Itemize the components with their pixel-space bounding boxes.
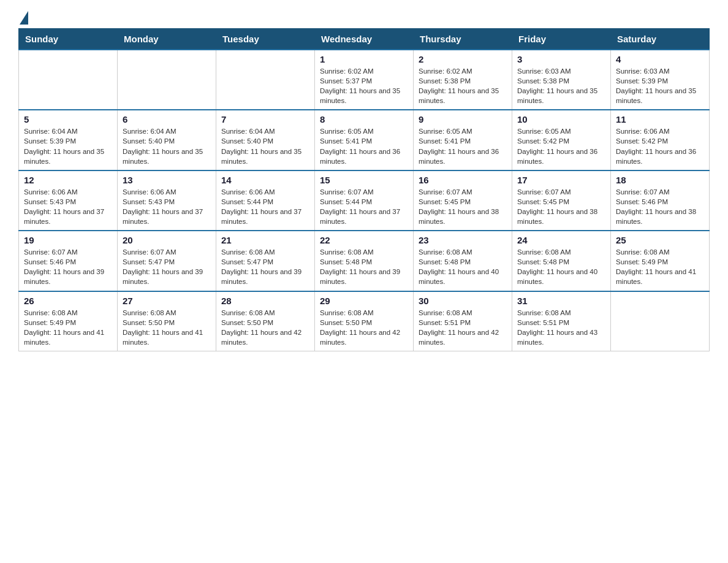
calendar-week-3: 12Sunrise: 6:06 AM Sunset: 5:43 PM Dayli… (19, 170, 710, 231)
day-info: Sunrise: 6:06 AM Sunset: 5:44 PM Dayligh… (221, 187, 309, 226)
day-number: 17 (517, 175, 605, 185)
day-number: 22 (320, 235, 408, 245)
calendar-cell: 26Sunrise: 6:08 AM Sunset: 5:49 PM Dayli… (19, 291, 118, 351)
calendar-cell: 19Sunrise: 6:07 AM Sunset: 5:46 PM Dayli… (19, 231, 118, 291)
calendar-cell: 17Sunrise: 6:07 AM Sunset: 5:45 PM Dayli… (512, 170, 611, 231)
day-number: 30 (419, 296, 507, 306)
day-info: Sunrise: 6:08 AM Sunset: 5:50 PM Dayligh… (320, 308, 408, 347)
calendar-cell: 20Sunrise: 6:07 AM Sunset: 5:47 PM Dayli… (118, 231, 216, 291)
day-number: 2 (419, 54, 507, 64)
day-number: 5 (24, 114, 112, 124)
day-number: 15 (320, 175, 408, 185)
calendar-cell: 10Sunrise: 6:05 AM Sunset: 5:42 PM Dayli… (512, 110, 611, 170)
day-header-friday: Friday (512, 29, 611, 50)
day-header-saturday: Saturday (611, 29, 710, 50)
calendar-cell: 25Sunrise: 6:08 AM Sunset: 5:49 PM Dayli… (611, 231, 710, 291)
calendar-cell: 8Sunrise: 6:05 AM Sunset: 5:41 PM Daylig… (315, 110, 414, 170)
day-number: 31 (517, 296, 605, 306)
day-info: Sunrise: 6:02 AM Sunset: 5:37 PM Dayligh… (320, 66, 408, 105)
day-number: 23 (419, 235, 507, 245)
day-number: 25 (616, 235, 704, 245)
day-info: Sunrise: 6:08 AM Sunset: 5:49 PM Dayligh… (24, 308, 112, 347)
day-number: 10 (517, 114, 605, 124)
day-info: Sunrise: 6:07 AM Sunset: 5:46 PM Dayligh… (616, 187, 704, 226)
calendar-cell: 11Sunrise: 6:06 AM Sunset: 5:42 PM Dayli… (611, 110, 710, 170)
calendar-cell: 5Sunrise: 6:04 AM Sunset: 5:39 PM Daylig… (19, 110, 118, 170)
day-info: Sunrise: 6:03 AM Sunset: 5:39 PM Dayligh… (616, 66, 704, 105)
day-info: Sunrise: 6:04 AM Sunset: 5:40 PM Dayligh… (221, 126, 309, 166)
day-number: 11 (616, 114, 704, 124)
day-info: Sunrise: 6:05 AM Sunset: 5:42 PM Dayligh… (517, 126, 605, 166)
logo (18, 12, 28, 22)
day-info: Sunrise: 6:04 AM Sunset: 5:39 PM Dayligh… (24, 126, 112, 166)
day-number: 29 (320, 296, 408, 306)
day-info: Sunrise: 6:08 AM Sunset: 5:51 PM Dayligh… (419, 308, 507, 347)
calendar-cell: 16Sunrise: 6:07 AM Sunset: 5:45 PM Dayli… (414, 170, 512, 231)
day-info: Sunrise: 6:07 AM Sunset: 5:46 PM Dayligh… (24, 247, 112, 286)
day-header-thursday: Thursday (414, 29, 512, 50)
day-info: Sunrise: 6:07 AM Sunset: 5:45 PM Dayligh… (419, 187, 507, 226)
logo-triangle-icon (20, 11, 28, 25)
day-number: 3 (517, 54, 605, 64)
calendar-cell: 7Sunrise: 6:04 AM Sunset: 5:40 PM Daylig… (216, 110, 315, 170)
day-info: Sunrise: 6:07 AM Sunset: 5:45 PM Dayligh… (517, 187, 605, 226)
calendar-header-row: SundayMondayTuesdayWednesdayThursdayFrid… (19, 29, 710, 50)
calendar-cell (611, 291, 710, 351)
calendar-cell: 13Sunrise: 6:06 AM Sunset: 5:43 PM Dayli… (118, 170, 216, 231)
day-info: Sunrise: 6:08 AM Sunset: 5:48 PM Dayligh… (517, 247, 605, 286)
calendar-cell (216, 50, 315, 110)
calendar-cell: 31Sunrise: 6:08 AM Sunset: 5:51 PM Dayli… (512, 291, 611, 351)
day-number: 6 (123, 114, 211, 124)
calendar-cell: 29Sunrise: 6:08 AM Sunset: 5:50 PM Dayli… (315, 291, 414, 351)
day-info: Sunrise: 6:08 AM Sunset: 5:50 PM Dayligh… (123, 308, 211, 347)
day-number: 8 (320, 114, 408, 124)
calendar-cell: 1Sunrise: 6:02 AM Sunset: 5:37 PM Daylig… (315, 50, 414, 110)
day-info: Sunrise: 6:07 AM Sunset: 5:47 PM Dayligh… (123, 247, 211, 286)
day-number: 14 (221, 175, 309, 185)
day-number: 19 (24, 235, 112, 245)
calendar-cell: 14Sunrise: 6:06 AM Sunset: 5:44 PM Dayli… (216, 170, 315, 231)
day-number: 24 (517, 235, 605, 245)
day-number: 21 (221, 235, 309, 245)
day-number: 12 (24, 175, 112, 185)
calendar-table: SundayMondayTuesdayWednesdayThursdayFrid… (18, 28, 710, 351)
day-header-tuesday: Tuesday (216, 29, 315, 50)
day-number: 28 (221, 296, 309, 306)
calendar-cell: 4Sunrise: 6:03 AM Sunset: 5:39 PM Daylig… (611, 50, 710, 110)
day-info: Sunrise: 6:08 AM Sunset: 5:51 PM Dayligh… (517, 308, 605, 347)
day-info: Sunrise: 6:08 AM Sunset: 5:48 PM Dayligh… (419, 247, 507, 286)
calendar-cell (118, 50, 216, 110)
calendar-week-1: 1Sunrise: 6:02 AM Sunset: 5:37 PM Daylig… (19, 50, 710, 110)
day-info: Sunrise: 6:03 AM Sunset: 5:38 PM Dayligh… (517, 66, 605, 105)
calendar-week-5: 26Sunrise: 6:08 AM Sunset: 5:49 PM Dayli… (19, 291, 710, 351)
calendar-cell: 27Sunrise: 6:08 AM Sunset: 5:50 PM Dayli… (118, 291, 216, 351)
day-number: 27 (123, 296, 211, 306)
day-info: Sunrise: 6:06 AM Sunset: 5:43 PM Dayligh… (24, 187, 112, 226)
day-header-sunday: Sunday (19, 29, 118, 50)
day-number: 20 (123, 235, 211, 245)
day-info: Sunrise: 6:06 AM Sunset: 5:42 PM Dayligh… (616, 126, 704, 166)
calendar-cell: 30Sunrise: 6:08 AM Sunset: 5:51 PM Dayli… (414, 291, 512, 351)
day-info: Sunrise: 6:08 AM Sunset: 5:50 PM Dayligh… (221, 308, 309, 347)
day-info: Sunrise: 6:07 AM Sunset: 5:44 PM Dayligh… (320, 187, 408, 226)
day-number: 9 (419, 114, 507, 124)
calendar-cell: 6Sunrise: 6:04 AM Sunset: 5:40 PM Daylig… (118, 110, 216, 170)
calendar-cell: 3Sunrise: 6:03 AM Sunset: 5:38 PM Daylig… (512, 50, 611, 110)
calendar-cell: 24Sunrise: 6:08 AM Sunset: 5:48 PM Dayli… (512, 231, 611, 291)
day-info: Sunrise: 6:04 AM Sunset: 5:40 PM Dayligh… (123, 126, 211, 166)
day-info: Sunrise: 6:02 AM Sunset: 5:38 PM Dayligh… (419, 66, 507, 105)
day-info: Sunrise: 6:08 AM Sunset: 5:49 PM Dayligh… (616, 247, 704, 286)
day-info: Sunrise: 6:06 AM Sunset: 5:43 PM Dayligh… (123, 187, 211, 226)
calendar-cell: 22Sunrise: 6:08 AM Sunset: 5:48 PM Dayli… (315, 231, 414, 291)
day-number: 13 (123, 175, 211, 185)
calendar-week-2: 5Sunrise: 6:04 AM Sunset: 5:39 PM Daylig… (19, 110, 710, 170)
calendar-cell: 28Sunrise: 6:08 AM Sunset: 5:50 PM Dayli… (216, 291, 315, 351)
day-number: 26 (24, 296, 112, 306)
calendar-cell: 9Sunrise: 6:05 AM Sunset: 5:41 PM Daylig… (414, 110, 512, 170)
calendar-cell: 15Sunrise: 6:07 AM Sunset: 5:44 PM Dayli… (315, 170, 414, 231)
day-info: Sunrise: 6:08 AM Sunset: 5:48 PM Dayligh… (320, 247, 408, 286)
calendar-cell (19, 50, 118, 110)
day-number: 4 (616, 54, 704, 64)
calendar-cell: 18Sunrise: 6:07 AM Sunset: 5:46 PM Dayli… (611, 170, 710, 231)
day-header-wednesday: Wednesday (315, 29, 414, 50)
